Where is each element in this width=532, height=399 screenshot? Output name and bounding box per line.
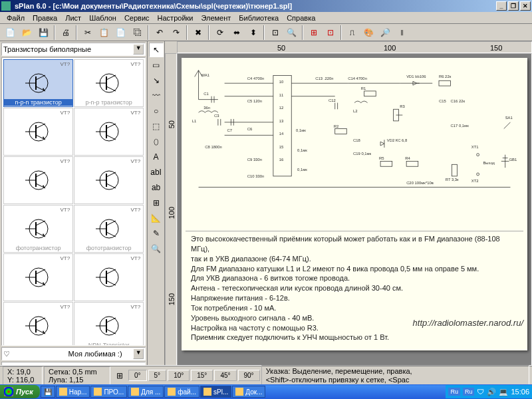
paste-button[interactable]: 📄 [113, 25, 128, 40]
angle-90[interactable]: 90° [238, 370, 260, 381]
dropdown-icon[interactable]: ▼ [133, 44, 144, 55]
menu-library[interactable]: Библиотека [235, 13, 283, 23]
library-item[interactable]: VT?n-p-n транзистор [3, 59, 73, 107]
angle-15[interactable]: 15° [191, 370, 213, 381]
search-button[interactable]: 🔎 [378, 25, 393, 40]
task-button[interactable]: Нар... [56, 386, 90, 398]
redo-button[interactable]: ↷ [168, 25, 184, 40]
library-category-select[interactable]: Транзисторы биполярные ▼ [1, 43, 146, 56]
tool-button-8[interactable]: abI [149, 165, 164, 180]
library-item[interactable]: VT?фототранзистор [74, 205, 144, 253]
tool-button-7[interactable]: A [149, 150, 164, 164]
tray-icon[interactable]: 💻 [499, 388, 508, 396]
tool-button-11[interactable]: 📐 [149, 211, 164, 225]
library-item[interactable]: VT? [3, 108, 73, 156]
open-button[interactable]: 📂 [19, 25, 35, 40]
zoom-fit-button[interactable]: ⊡ [267, 25, 283, 40]
menu-sheet[interactable]: Лист [61, 13, 85, 23]
cut-button[interactable]: ✂ [80, 25, 95, 40]
library-item[interactable]: VT? [3, 156, 73, 204]
angle-0[interactable]: 0° [128, 370, 147, 381]
menu-service[interactable]: Сервис [120, 13, 154, 23]
svg-text:C17 0,1мк: C17 0,1мк [451, 124, 469, 128]
maximize-button[interactable]: ❐ [508, 1, 519, 11]
tool-button-4[interactable]: ○ [149, 104, 164, 118]
task-button[interactable]: ПРО... [90, 386, 127, 398]
svg-text:16: 16 [279, 158, 284, 162]
library-item[interactable]: VT? [74, 108, 144, 156]
tool-button-13[interactable]: 🔍 [149, 241, 164, 256]
new-button[interactable]: 📄 [3, 25, 18, 40]
palette-button[interactable]: 🎨 [361, 25, 376, 40]
snap-button[interactable]: ⊡ [323, 25, 338, 40]
secondary-category-select[interactable]: ♡ Моя любимая :) ▼ [1, 347, 146, 360]
menu-element[interactable]: Элемент [197, 13, 235, 23]
copy-button[interactable]: 📋 [96, 25, 112, 40]
tool-button-0[interactable]: ↖ [149, 43, 164, 57]
svg-text:15: 15 [279, 145, 284, 149]
tool-button-12[interactable]: ✎ [149, 226, 164, 241]
menu-edit[interactable]: Правка [29, 13, 61, 23]
system-tray[interactable]: Ru Ru 🛡 🔊 💻 15:06 [446, 385, 532, 398]
close-button[interactable]: ✕ [520, 1, 531, 11]
start-button[interactable]: Пуск [0, 385, 40, 398]
task-button[interactable]: фай... [164, 386, 200, 398]
duplicate-button[interactable]: ⿻ [130, 25, 145, 40]
drawing-canvas[interactable]: WA1 C1 36п L1 C3 C7 10 11 [177, 53, 532, 368]
print-button[interactable]: 🖨 [58, 25, 73, 40]
library-item[interactable]: VT? [3, 302, 73, 346]
library-item[interactable]: VT? [74, 253, 144, 301]
minimize-button[interactable]: _ [496, 1, 507, 11]
svg-text:C20 100мк*10в: C20 100мк*10в [406, 181, 434, 185]
svg-text:C13 .220п: C13 .220п [315, 76, 333, 80]
menu-file[interactable]: Файл [3, 13, 29, 23]
tray-icon[interactable]: 🛡 [477, 388, 484, 396]
library-item[interactable]: VT?p-n-p транзистор [74, 59, 144, 107]
component-library[interactable]: VT?n-p-n транзисторVT?p-n-p транзисторVT… [1, 57, 146, 346]
tool-button-9[interactable]: ab [149, 180, 164, 195]
svg-text:R6 22к: R6 22к [439, 74, 452, 78]
grid-button[interactable]: ⊞ [306, 25, 321, 40]
task-button[interactable]: Для ... [128, 386, 164, 398]
angle-5[interactable]: 5° [148, 370, 167, 381]
svg-line-2 [36, 75, 45, 80]
tool-button-5[interactable]: ⬚ [149, 119, 164, 134]
angle-45[interactable]: 45° [214, 370, 236, 381]
library-item[interactable]: VT?NPN-Transistor [74, 302, 144, 346]
tool-button-1[interactable]: ▭ [149, 58, 164, 72]
svg-line-8 [106, 86, 116, 91]
delete-button[interactable]: ✖ [190, 25, 205, 40]
lang-indicator-2[interactable]: Ru [463, 388, 475, 396]
tool-button-3[interactable]: 〰 [149, 88, 164, 103]
secondary-category-label: Моя любимая :) [68, 350, 134, 358]
library-item[interactable]: VT?фототранзистор [3, 205, 73, 253]
rotate-button[interactable]: ⟳ [212, 25, 227, 40]
list-button[interactable]: ⦀ [394, 25, 410, 40]
menu-settings[interactable]: Настройки [154, 13, 198, 23]
library-item[interactable]: VT? [3, 253, 73, 301]
mirror-v-button[interactable]: ⬍ [245, 25, 261, 40]
angle-10[interactable]: 10° [168, 370, 190, 381]
menu-help[interactable]: Справка [283, 13, 319, 23]
mirror-h-button[interactable]: ⬌ [229, 25, 244, 40]
zoom-button[interactable]: 🔍 [284, 25, 299, 40]
task-button[interactable]: sPl... [200, 386, 231, 398]
component-button[interactable]: ⎍ [344, 25, 360, 40]
svg-rect-127 [380, 161, 392, 166]
menu-template[interactable]: Шаблон [85, 13, 120, 23]
tray-icon[interactable]: 🔊 [487, 388, 496, 396]
svg-text:36п: 36п [203, 106, 210, 110]
lang-indicator[interactable]: Ru [448, 388, 460, 396]
task-button[interactable]: Док... [232, 386, 265, 398]
tool-button-2[interactable]: ↘ [149, 73, 164, 88]
tool-button-10[interactable]: ⊞ [149, 196, 164, 210]
quick-launch[interactable]: 💾 [41, 386, 55, 398]
snap-toggle[interactable]: ⊞ [112, 368, 127, 383]
svg-text:C15: C15 [439, 100, 446, 104]
tool-button-6[interactable]: ⬯ [149, 134, 164, 149]
undo-button[interactable]: ↶ [152, 25, 167, 40]
svg-text:R5: R5 [379, 156, 384, 160]
dropdown-icon[interactable]: ▼ [133, 348, 144, 359]
save-button[interactable]: 💾 [36, 25, 51, 40]
library-item[interactable]: VT? [74, 156, 144, 204]
